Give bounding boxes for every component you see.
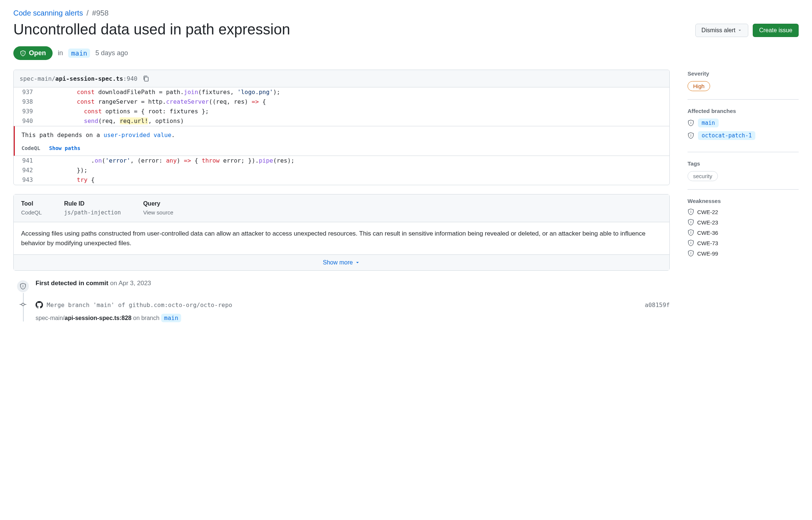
code-content: .on('error', (error: any) => { throw err… (41, 156, 294, 166)
shield-alert-icon (688, 132, 694, 139)
svg-point-16 (690, 231, 691, 232)
weakness-label: CWE-36 (697, 230, 718, 236)
timeline-commit-dot (16, 301, 30, 308)
details-col: Rule IDjs/path-injection (64, 200, 121, 216)
dismiss-alert-button[interactable]: Dismiss alert (695, 24, 749, 37)
alert-msg-pre: This path depends on a (21, 131, 104, 139)
weakness-label: CWE-23 (697, 219, 718, 226)
svg-point-10 (690, 134, 691, 135)
status-in: in (58, 49, 63, 57)
weaknesses-section: Weaknesses CWE-22CWE-23CWE-36CWE-73CWE-9… (688, 198, 799, 269)
branch-pill[interactable]: main (698, 119, 719, 127)
details-description: Accessing files using paths constructed … (14, 222, 669, 254)
svg-point-8 (690, 122, 691, 123)
shield-icon (20, 50, 26, 56)
code-content: }); (41, 166, 87, 175)
affected-branch-row: octocat-patch-1 (688, 131, 799, 140)
line-number: 941 (14, 156, 41, 166)
branches-heading: Affected branches (688, 108, 799, 114)
tool-label: CodeQL (21, 145, 40, 151)
svg-rect-17 (690, 232, 691, 233)
svg-rect-19 (690, 243, 691, 244)
page-title: Uncontrolled data used in path expressio… (13, 20, 290, 38)
code-content: try { (41, 175, 95, 185)
weakness-row[interactable]: CWE-73 (688, 240, 799, 246)
svg-rect-2 (144, 77, 148, 81)
svg-point-5 (22, 303, 24, 306)
code-line: 940 send(req, req.url!, options) (14, 116, 669, 126)
details-col-header: Tool (21, 200, 42, 207)
weakness-row[interactable]: CWE-23 (688, 219, 799, 226)
code-line: 939 const options = { root: fixtures }; (14, 107, 669, 116)
shield-alert-icon (688, 219, 694, 226)
svg-rect-15 (690, 222, 691, 223)
line-number: 937 (14, 87, 41, 97)
weakness-row[interactable]: CWE-22 (688, 209, 799, 215)
copy-path-button[interactable] (142, 74, 150, 83)
alert-msg-post: . (172, 131, 175, 139)
details-box: ToolCodeQLRule IDjs/path-injectionQueryV… (13, 194, 670, 271)
severity-section: Severity High (688, 70, 799, 100)
tag-pill[interactable]: security (688, 171, 718, 181)
details-col-value: js/path-injection (64, 209, 121, 216)
branch-pill[interactable]: octocat-patch-1 (698, 131, 755, 140)
breadcrumb-parent-link[interactable]: Code scanning alerts (13, 9, 83, 17)
shield-alert-icon (688, 240, 694, 246)
breadcrumb-separator: / (85, 9, 90, 17)
code-line: 943 try { (14, 175, 669, 185)
status-branch[interactable]: main (68, 49, 90, 58)
git-commit-icon (20, 301, 26, 308)
line-number: 942 (14, 166, 41, 175)
svg-rect-9 (690, 123, 691, 124)
commit-sha[interactable]: a08159f (645, 301, 670, 309)
affected-branch-row: main (688, 119, 799, 127)
code-line: 937 const downloadFilePath = path.join(f… (14, 87, 669, 97)
state-badge: Open (13, 46, 53, 60)
alert-msg-link[interactable]: user-provided value (104, 131, 172, 139)
code-file-path[interactable]: spec-main/api-session-spec.ts:940 (20, 75, 137, 82)
show-more-button[interactable]: Show more (14, 254, 669, 270)
line-number: 943 (14, 175, 41, 185)
weakness-row[interactable]: CWE-36 (688, 229, 799, 236)
svg-point-3 (23, 285, 23, 286)
shield-alert-icon (688, 209, 694, 215)
code-line: 941 .on('error', (error: any) => { throw… (14, 156, 669, 166)
line-number: 940 (14, 116, 41, 126)
svg-rect-11 (690, 135, 691, 136)
commit-message[interactable]: Merge branch 'main' of github.com:octo-o… (47, 301, 641, 309)
svg-point-12 (690, 211, 691, 211)
octocat-avatar-icon (36, 301, 43, 309)
shield-alert-icon (20, 283, 26, 290)
line-number: 939 (14, 107, 41, 116)
code-line: 938 const rangeServer = http.createServe… (14, 97, 669, 107)
weaknesses-heading: Weaknesses (688, 198, 799, 204)
svg-rect-13 (690, 211, 691, 213)
status-row: Open in main 5 days ago (13, 46, 799, 60)
alert-message-block: This path depends on a user-provided val… (14, 126, 669, 156)
copy-icon (143, 75, 149, 82)
shield-alert-icon (688, 120, 694, 126)
svg-rect-21 (690, 253, 691, 254)
code-line: 942 }); (14, 166, 669, 175)
code-box: spec-main/api-session-spec.ts:940 937 co… (13, 70, 670, 185)
svg-rect-4 (23, 286, 23, 287)
dismiss-alert-label: Dismiss alert (702, 27, 736, 34)
tags-heading: Tags (688, 160, 799, 167)
severity-heading: Severity (688, 70, 799, 77)
timeline-branch-pill[interactable]: main (161, 314, 182, 322)
timeline: First detected in commit on Apr 3, 2023 … (13, 280, 670, 321)
weakness-row[interactable]: CWE-99 (688, 250, 799, 257)
code-lines-before: 937 const downloadFilePath = path.join(f… (14, 87, 669, 126)
svg-rect-1 (23, 53, 23, 54)
details-col-value[interactable]: View source (143, 209, 173, 216)
breadcrumb-id: #958 (92, 9, 109, 17)
weakness-label: CWE-73 (697, 240, 718, 246)
create-issue-button[interactable]: Create issue (753, 24, 799, 37)
line-number: 938 (14, 97, 41, 107)
code-content: send(req, req.url!, options) (41, 116, 184, 126)
branches-section: Affected branches mainoctocat-patch-1 (688, 108, 799, 152)
show-paths-link[interactable]: Show paths (49, 145, 80, 151)
tags-section: Tags security (688, 160, 799, 190)
chevron-down-icon (738, 28, 742, 33)
timeline-file-row: spec-main/api-session-spec.ts:828 on bra… (36, 314, 670, 321)
